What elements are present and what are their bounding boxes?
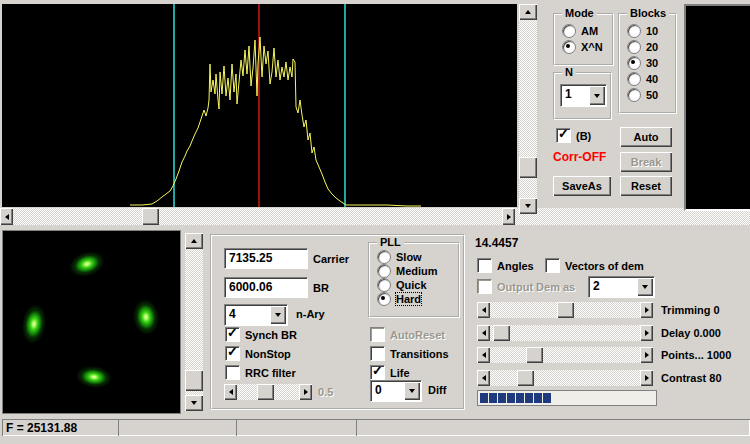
vectors-of-dem-label: Vectors of dem: [565, 260, 644, 272]
pll-quick-label: Quick: [396, 279, 427, 291]
chevron-down-icon: [642, 285, 648, 292]
output-dem-combobox-value: 2: [593, 279, 600, 293]
spectrum-vscrollbar[interactable]: [519, 4, 537, 214]
rrc-slider[interactable]: [224, 384, 312, 400]
pll-hard-radio[interactable]: [377, 292, 391, 306]
scroll-thumb[interactable]: [185, 370, 203, 391]
slider-thumb[interactable]: [493, 325, 510, 341]
scroll-up-button[interactable]: [185, 233, 203, 249]
blocks-40-radio[interactable]: [627, 72, 641, 86]
auto-button[interactable]: Auto: [620, 127, 672, 147]
saveas-button[interactable]: SaveAs: [553, 176, 611, 196]
scroll-right-button[interactable]: [502, 208, 515, 225]
life-checkbox[interactable]: [370, 365, 385, 380]
slider-left-button[interactable]: [477, 370, 490, 386]
slider-left-button[interactable]: [477, 325, 490, 341]
scroll-thumb[interactable]: [142, 208, 159, 225]
synch-br-checkbox[interactable]: [225, 327, 240, 342]
constellation-display[interactable]: [2, 230, 181, 414]
app-window: { "spectrum": { "scroll_pos": 0.273, "co…: [0, 0, 750, 444]
blocks-20-radio[interactable]: [627, 40, 641, 54]
scroll-up-button[interactable]: [519, 4, 537, 20]
corr-status-label: Corr-OFF: [553, 150, 606, 164]
constellation-vscrollbar[interactable]: [185, 233, 203, 411]
spectrum-display[interactable]: [2, 4, 517, 207]
progress-segment: [534, 393, 542, 403]
slider-thumb[interactable]: [557, 302, 574, 318]
status-panel-3: [236, 419, 357, 436]
pll-quick-radio[interactable]: [377, 278, 391, 292]
diff-combobox-drop-button[interactable]: [404, 382, 420, 400]
autoreset-label: AutoReset: [390, 329, 445, 341]
points-label: Points... 1000: [661, 349, 731, 361]
slider-right-button[interactable]: [640, 370, 653, 386]
carrier-input[interactable]: 7135.25: [224, 248, 308, 269]
constellation-blob: [66, 247, 108, 281]
angles-checkbox[interactable]: [477, 258, 492, 273]
mode-xn-radio[interactable]: [562, 40, 576, 54]
scroll-thumb[interactable]: [519, 157, 537, 178]
arrow-left-icon: [479, 352, 486, 358]
blocks-50-radio[interactable]: [627, 88, 641, 102]
trimming-slider[interactable]: [477, 302, 653, 318]
transitions-label: Transitions: [390, 348, 449, 360]
n-combobox[interactable]: 1: [560, 84, 607, 107]
pll-slow-radio[interactable]: [377, 250, 391, 264]
slider-right-button[interactable]: [640, 302, 653, 318]
pll-medium-radio[interactable]: [377, 264, 391, 278]
output-dem-combobox-drop-button[interactable]: [637, 278, 653, 296]
transitions-checkbox[interactable]: [370, 346, 385, 361]
slider-thumb[interactable]: [526, 347, 543, 363]
life-label: Life: [390, 367, 410, 379]
br-input[interactable]: 6000.06: [224, 277, 308, 298]
nonstop-checkbox[interactable]: [225, 346, 240, 361]
delay-slider[interactable]: [477, 325, 653, 341]
spectrum-hscrollbar[interactable]: [0, 208, 750, 225]
arrow-left-icon: [479, 375, 486, 381]
scroll-down-button[interactable]: [519, 198, 537, 214]
n-group-title: N: [562, 66, 576, 78]
diff-combobox[interactable]: 0: [370, 380, 422, 402]
nary-combobox-drop-button[interactable]: [270, 306, 286, 324]
slider-thumb[interactable]: [517, 370, 534, 386]
slider-right-button[interactable]: [640, 347, 653, 363]
reset-button[interactable]: Reset: [620, 176, 672, 196]
chevron-down-icon: [275, 313, 281, 320]
nary-combobox[interactable]: 4: [224, 304, 288, 326]
progress-segment: [489, 393, 497, 403]
contrast-slider[interactable]: [477, 370, 653, 386]
scroll-down-button[interactable]: [185, 395, 203, 411]
arrow-right-icon: [645, 307, 652, 313]
nary-label: n-Ary: [296, 308, 325, 320]
delay-label: Delay 0.000: [661, 327, 721, 339]
slider-right-button[interactable]: [640, 325, 653, 341]
slider-left-button[interactable]: [224, 384, 237, 400]
output-dem-combobox[interactable]: 2: [588, 276, 655, 298]
contrast-label: Contrast 80: [661, 372, 722, 384]
blocks-group-title: Blocks: [627, 7, 669, 19]
b-checkbox-label: (B): [576, 130, 591, 142]
points-slider[interactable]: [477, 347, 653, 363]
vectors-of-dem-checkbox[interactable]: [545, 258, 560, 273]
b-checkbox[interactable]: [556, 128, 571, 143]
pll-groupbox: PLL Slow Medium Quick Hard: [368, 242, 460, 318]
angles-label: Angles: [497, 260, 534, 272]
blocks-10-radio[interactable]: [627, 24, 641, 38]
rrc-filter-checkbox[interactable]: [225, 365, 240, 380]
progress-bar: [477, 390, 657, 406]
diff-combobox-value: 0: [375, 383, 382, 397]
n-combobox-drop-button[interactable]: [589, 86, 605, 105]
slider-left-button[interactable]: [477, 347, 490, 363]
break-button: Break: [620, 152, 672, 172]
slider-left-button[interactable]: [477, 302, 490, 318]
synch-br-label: Synch BR: [245, 329, 297, 341]
slider-thumb[interactable]: [257, 384, 274, 400]
blocks-30-radio[interactable]: [627, 56, 641, 70]
scroll-left-button[interactable]: [0, 208, 13, 225]
progress-segment: [498, 393, 506, 403]
n-groupbox: N 1: [553, 72, 612, 120]
slider-right-button[interactable]: [299, 384, 312, 400]
constellation-blob: [75, 364, 113, 390]
arrow-up-icon: [525, 7, 531, 14]
mode-am-radio[interactable]: [562, 24, 576, 38]
